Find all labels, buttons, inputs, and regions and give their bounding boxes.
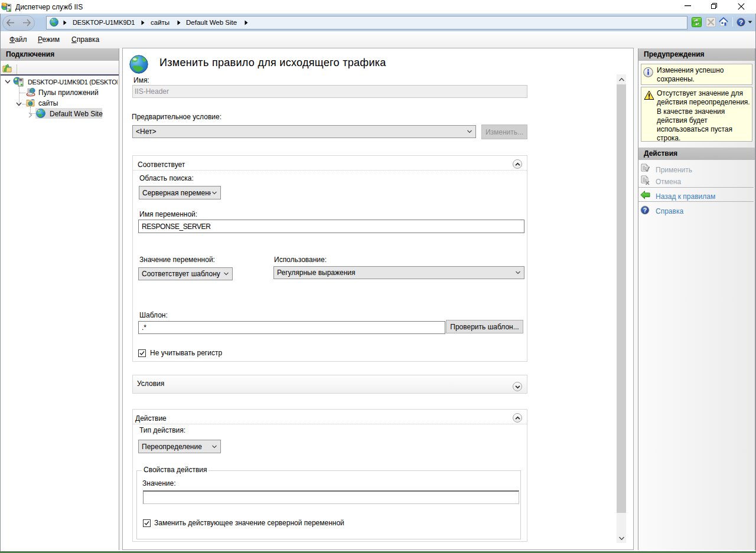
- svg-text:?: ?: [739, 19, 743, 26]
- svg-text:?: ?: [643, 207, 647, 214]
